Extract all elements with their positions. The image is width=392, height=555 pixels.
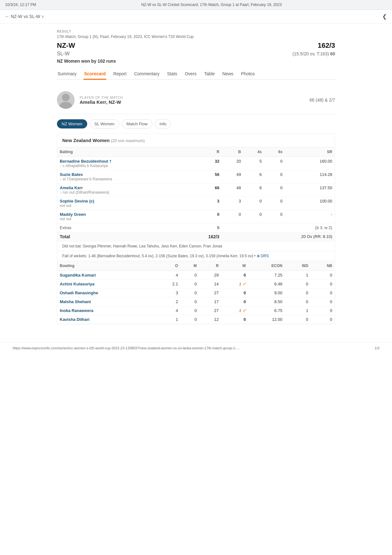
fow-text: Fall of wickets: 1-46 (Bernadine Bezuide… <box>62 254 269 258</box>
tab-overs[interactable]: Overs <box>184 69 197 80</box>
tab-stats[interactable]: Stats <box>167 69 178 80</box>
scorecard-section: New Zealand Women (20 ovs maximum) Batti… <box>57 134 335 324</box>
browser-bar: 10/3/24, 12:17 PM NZ-W vs SL-W Cricket S… <box>0 0 392 10</box>
bowler-name[interactable]: Achini Kulasuriya <box>60 282 95 286</box>
potm-name: Amelia Kerr, NZ-W <box>80 99 123 105</box>
tab-summary[interactable]: Summary <box>57 69 77 80</box>
team2-score-row: SL-W (15.5/20 ov, T:163) 60 <box>57 51 335 57</box>
team2-score: 60 <box>330 51 335 56</box>
table-row: Sugandika Kumari 4 0 29 0 7.25 1 0 <box>57 271 335 280</box>
table-row: Suzie Bates ↓ st †Sanjeewani b Ranaweera… <box>57 170 335 184</box>
tab-commentary[interactable]: Commentary <box>133 69 160 80</box>
tabs-nav: Summary Scorecard Report Commentary Stat… <box>57 69 335 80</box>
table-row: Oshadi Ranasinghe 3 0 27 0 9.00 0 0 <box>57 289 335 297</box>
result-section: RESULT 17th Match, Group 1 (N), Paarl, F… <box>57 30 335 64</box>
dismissal-text: not out <box>60 217 183 221</box>
dismissal-text: ↓ run out (Dilhari/Ranaweera) <box>60 190 183 195</box>
tab-photos[interactable]: Photos <box>240 69 255 80</box>
footer-url-text: https://www.espncricinfo.com/series/icc-… <box>13 346 240 350</box>
batsman-name[interactable]: Amelia Kerr <box>60 185 183 190</box>
innings-tab-sl-women[interactable]: SL Women <box>90 119 119 128</box>
table-row: Malsha Shehani 2 0 17 0 8.50 0 0 <box>57 297 335 306</box>
batsman-name[interactable]: Suzie Bates <box>60 172 183 177</box>
bowling-col-m: M <box>181 261 199 271</box>
innings-title: New Zealand Women (20 ovs maximum) <box>57 134 335 147</box>
table-row: Kavisha Dilhari 1 0 12 0 12.00 0 0 <box>57 315 335 324</box>
bowling-col-nb: NB <box>311 261 335 271</box>
bowling-col-w: W <box>221 261 248 271</box>
player-of-match: PLAYER OF THE MATCH Amelia Kerr, NZ-W 66… <box>57 86 335 114</box>
batting-col-sr: SR <box>285 147 335 157</box>
nav-dropdown-icon[interactable]: ∨ <box>41 14 44 19</box>
footer-url: https://www.espncricinfo.com/series/icc-… <box>0 342 392 354</box>
drs-link[interactable]: ⊕ DRS <box>257 254 269 258</box>
footer-page-num: 1/3 <box>375 346 379 350</box>
innings-tabs: NZ Women SL Women Match Flow Info <box>57 119 335 128</box>
bowling-col-wd: WD <box>285 261 311 271</box>
avatar <box>57 91 75 109</box>
tab-report[interactable]: Report <box>113 69 127 80</box>
table-row: Amelia Kerr ↓ run out (Dilhari/Ranaweera… <box>57 184 335 197</box>
batting-table: Batting R B 4s 6s SR Bernadine Bezuidenh… <box>57 147 335 241</box>
nav-bar: ← NZ-W vs SL-W ∨ ❮ <box>0 10 392 23</box>
bowling-col-player: Bowling <box>57 261 156 271</box>
table-row: Bernadine Bezuidenhout † ↓ c Athapaththu… <box>57 157 335 170</box>
bowling-col-econ: ECON <box>248 261 285 271</box>
table-row: Inoka Ranaweera 4 0 27 1 ✓ 6.75 1 0 <box>57 306 335 315</box>
potm-label: PLAYER OF THE MATCH <box>80 96 123 99</box>
main-content: RESULT 17th Match, Group 1 (N), Paarl, F… <box>44 23 348 336</box>
innings-tab-match-flow[interactable]: Match Flow <box>122 119 152 128</box>
share-icon: ❮ <box>382 13 387 20</box>
bowling-table: Bowling O M R W ECON WD NB Sugandika Kum… <box>57 261 335 324</box>
dnb-section: Did not bat: Georgia Plimmer, Hannah Row… <box>57 241 335 251</box>
fow-section: Fall of wickets: 1-46 (Bernadine Bezuide… <box>57 251 335 261</box>
browser-timestamp: 10/3/24, 12:17 PM <box>5 3 36 7</box>
batting-col-r: R <box>186 147 222 157</box>
bowler-name[interactable]: Inoka Ranaweera <box>60 308 93 313</box>
extras-row: Extras 5 (b 3, w 2) <box>57 223 335 232</box>
team2-score-detail: (15.5/20 ov, T:163) 60 <box>292 51 335 56</box>
nav-back-button[interactable]: ← NZ-W vs SL-W ∨ <box>5 14 382 19</box>
table-row: Sophie Devine (c) not out 3 3 0 0 100.00 <box>57 197 335 210</box>
table-row: Achini Kulasuriya 2.1 0 14 1 ✓ 6.46 0 0 <box>57 280 335 289</box>
batting-col-6s: 6s <box>264 147 285 157</box>
batting-col-player: Batting <box>57 147 186 157</box>
result-label: RESULT <box>57 30 335 33</box>
bowling-header-row: Bowling O M R W ECON WD NB <box>57 261 335 271</box>
batsman-name[interactable]: Sophie Devine (c) <box>60 199 183 203</box>
team1-score: 162/3 <box>318 41 335 50</box>
tab-scorecard[interactable]: Scorecard <box>83 69 106 80</box>
browser-page-title: NZ-W vs SL-W Cricket Scorecard, 17th Mat… <box>141 3 282 7</box>
batsman-name[interactable]: Maddy Green <box>60 212 183 217</box>
dismissal-text: not out <box>60 203 183 208</box>
bowler-name[interactable]: Sugandika Kumari <box>60 273 96 278</box>
potm-left: PLAYER OF THE MATCH Amelia Kerr, NZ-W <box>57 91 123 109</box>
batting-col-4s: 4s <box>243 147 264 157</box>
total-row: Total 162/3 20 Ov (RR: 8.10) <box>57 232 335 241</box>
table-row: Maddy Green not out 0 0 0 0 - <box>57 210 335 223</box>
team1-score-row: NZ-W 162/3 <box>57 41 335 50</box>
nav-title: NZ-W vs SL-W <box>11 14 40 19</box>
bowler-name[interactable]: Kavisha Dilhari <box>60 317 89 322</box>
share-button[interactable]: ❮ <box>382 13 387 20</box>
innings-tab-nz-women[interactable]: NZ Women <box>57 119 87 128</box>
potm-score: 66 (48) & 2/7 <box>309 97 335 103</box>
bowler-name[interactable]: Malsha Shehani <box>60 299 91 304</box>
match-result: NZ Women won by 102 runs <box>57 59 335 64</box>
dismissal-text: ↓ st †Sanjeewani b Ranaweera <box>60 177 183 181</box>
bowling-col-r: R <box>199 261 221 271</box>
potm-info: PLAYER OF THE MATCH Amelia Kerr, NZ-W <box>80 96 123 105</box>
tab-news[interactable]: News <box>222 69 234 80</box>
svg-point-1 <box>59 102 72 109</box>
batting-col-b: B <box>222 147 243 157</box>
result-subtitle: 17th Match, Group 1 (N), Paarl, February… <box>57 34 335 39</box>
back-arrow-icon: ← <box>5 14 9 19</box>
bowling-col-o: O <box>156 261 181 271</box>
batting-header-row: Batting R B 4s 6s SR <box>57 147 335 157</box>
innings-tab-info[interactable]: Info <box>155 119 171 128</box>
bowler-name[interactable]: Oshadi Ranasinghe <box>60 290 98 295</box>
batsman-name[interactable]: Bernadine Bezuidenhout † <box>60 159 183 164</box>
tab-table[interactable]: Table <box>204 69 215 80</box>
svg-point-0 <box>62 94 70 101</box>
team1-name: NZ-W <box>57 41 75 50</box>
